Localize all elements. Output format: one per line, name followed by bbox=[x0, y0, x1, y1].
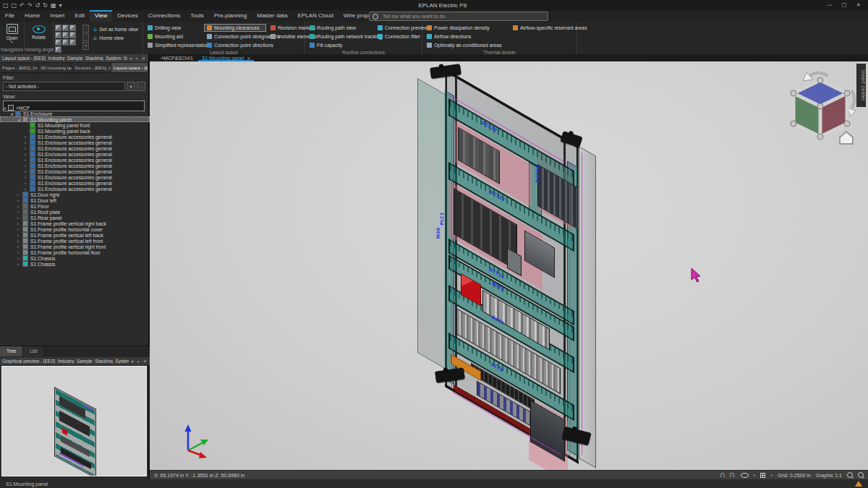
ribbon-button[interactable]: Revision markers bbox=[268, 24, 305, 32]
ribbon-button[interactable]: Connection filter bbox=[375, 33, 420, 40]
ribbon-button[interactable]: Airflow-specific reserved areas bbox=[510, 24, 575, 32]
box-select-icon[interactable]: ▦ bbox=[51, 2, 56, 9]
new-page-icon[interactable]: □ bbox=[3, 2, 9, 9]
close-panel-icon[interactable]: ✕ bbox=[142, 359, 148, 364]
zoom-out-icon[interactable] bbox=[858, 472, 864, 478]
insert-center-tab[interactable]: Insert center bbox=[856, 64, 866, 107]
tree-item[interactable]: ▹ S1:Enclosure accessories general bbox=[0, 186, 150, 192]
menu-tab[interactable]: Master data bbox=[252, 10, 292, 22]
viewpoint-cube-icon[interactable] bbox=[55, 25, 61, 31]
tree-item[interactable]: ▹ S1:Enclosure accessories general bbox=[0, 140, 150, 145]
tree-item[interactable]: ▹ S1:Floor bbox=[0, 203, 150, 209]
expander-icon[interactable]: ▹ bbox=[25, 152, 30, 156]
ribbon-button[interactable]: Power dissipation density bbox=[424, 24, 509, 32]
expander-icon[interactable]: ▹ bbox=[17, 239, 22, 243]
viewpoint-cube-icon[interactable] bbox=[55, 46, 61, 53]
expander-icon[interactable]: ▹ bbox=[25, 163, 30, 168]
navigator-tab[interactable]: Pages - [EES]_Ind... bbox=[0, 63, 38, 72]
ribbon-button[interactable]: Connection preview bbox=[375, 24, 420, 32]
tree-item[interactable]: S1:Mounting panel back bbox=[0, 128, 150, 134]
tree-item[interactable]: ▹ S1:Frame profile horizontal floor bbox=[0, 249, 150, 255]
expander-icon[interactable]: ▹ bbox=[25, 134, 30, 139]
navigator-title-bar[interactable]: Layout space - [EES]_Industry_Sample_Sta… bbox=[0, 54, 148, 63]
viewpoint-cube-icon[interactable] bbox=[62, 25, 69, 31]
tree-item[interactable]: ▹ S1:Enclosure accessories general bbox=[0, 180, 150, 186]
filter-select[interactable]: - Not activated - bbox=[3, 82, 125, 91]
mounting-panel-model[interactable] bbox=[445, 69, 579, 464]
ribbon-button[interactable]: Connection point designations bbox=[204, 33, 266, 40]
menu-tab[interactable]: File bbox=[0, 10, 20, 22]
maximize-button[interactable]: ▢ bbox=[838, 2, 851, 8]
rotate-left-arrow-icon[interactable] bbox=[809, 73, 828, 77]
tree-item[interactable]: ▹ S1:Chassis bbox=[0, 255, 150, 261]
expander-icon[interactable]: ▹ bbox=[17, 250, 22, 254]
view-mode-tab[interactable]: List bbox=[23, 346, 44, 356]
expander-icon[interactable]: ▹ bbox=[25, 146, 30, 150]
ribbon-button[interactable]: Fill capacity bbox=[307, 41, 373, 49]
menu-tab[interactable]: Pre-planning bbox=[209, 10, 252, 22]
expander-icon[interactable]: ▹ bbox=[17, 215, 22, 220]
home-view-button[interactable]: ⌂ Home view bbox=[90, 34, 141, 42]
tree-item[interactable]: ◢ S1:Enclosure bbox=[0, 111, 150, 116]
tree-item[interactable]: ▹ S1:Frame profile vertical right back bbox=[0, 221, 150, 226]
snap-to-grid-icon[interactable]: ⋂ bbox=[720, 472, 725, 478]
filter-more-button[interactable]: … bbox=[137, 82, 145, 91]
3d-viewport[interactable]: DCT10 DCT1X DCT12 PLC1 M30 DCT14 DCT5 DC… bbox=[150, 61, 868, 470]
navigator-tab[interactable]: 3D mounting lay... bbox=[38, 63, 73, 72]
ribbon-button[interactable]: Connection point directions bbox=[204, 41, 266, 49]
tree-item[interactable]: ▹ S1:Enclosure accessories general bbox=[0, 163, 150, 168]
tree-item[interactable]: ▹ S1:Frame profile vertical right front bbox=[0, 244, 150, 249]
viewpoint-more-icon[interactable]: · bbox=[82, 25, 89, 33]
expander-icon[interactable]: ▹ bbox=[17, 198, 22, 202]
ribbon-button[interactable]: Optimally air-conditioned areas bbox=[424, 41, 509, 49]
viewpoint-cube-icon[interactable] bbox=[62, 32, 69, 38]
menu-tab[interactable]: Insert bbox=[45, 10, 69, 22]
search-input[interactable] bbox=[381, 13, 545, 20]
close-tab-icon[interactable]: ✕ bbox=[247, 56, 250, 61]
filter-dropdown-icon[interactable]: ▾ bbox=[127, 82, 135, 91]
view-mode-tab[interactable]: Tree bbox=[0, 346, 23, 356]
tree-item[interactable]: ▹ S1:Chassis bbox=[0, 261, 150, 267]
tree-item[interactable]: ▹ S1:Enclosure accessories general bbox=[0, 174, 150, 180]
tree-item[interactable]: ◢ +MCP bbox=[0, 105, 150, 111]
expander-icon[interactable]: ▹ bbox=[17, 204, 22, 208]
ribbon-button[interactable]: Simplified representation bbox=[145, 41, 203, 49]
document-tab[interactable]: +MCP&SCH/1 ✕ bbox=[157, 54, 197, 61]
tree-item[interactable]: ▹ S1:Enclosure accessories general bbox=[0, 157, 150, 163]
tree-item[interactable]: ▹ S1:Frame profile vertical left back bbox=[0, 232, 150, 238]
visibility-icon[interactable] bbox=[741, 473, 749, 478]
menu-tab[interactable]: EPLAN Cloud bbox=[293, 10, 339, 22]
rotate-right-icon[interactable]: ↻ bbox=[43, 2, 48, 9]
navigation-cube[interactable] bbox=[780, 67, 861, 148]
expander-icon[interactable]: ▹ bbox=[17, 244, 22, 249]
expander-icon[interactable]: ◢ bbox=[3, 106, 8, 110]
dropdown-icon[interactable]: ▾ bbox=[131, 359, 135, 364]
ribbon-button[interactable]: Routing path network tracking bbox=[307, 33, 373, 40]
tree-item[interactable]: ▹ S1:Door left bbox=[0, 197, 150, 203]
tree-item[interactable]: ◢ S1:Mounting panel bbox=[0, 116, 150, 122]
zoom-in-icon[interactable] bbox=[847, 472, 853, 478]
close-panel-icon[interactable]: ✕ bbox=[141, 56, 146, 61]
expander-icon[interactable]: ▹ bbox=[25, 169, 30, 174]
tree-item[interactable]: S1:Mounting panel front bbox=[0, 122, 150, 128]
tree-item[interactable]: ▹ S1:Door right bbox=[0, 192, 150, 197]
viewpoint-cube-icon[interactable] bbox=[69, 39, 76, 46]
grid-icon[interactable] bbox=[760, 473, 765, 478]
close-button[interactable]: ✕ bbox=[852, 2, 865, 8]
document-tab[interactable]: S1:Mounting panel ✕ bbox=[198, 54, 254, 61]
viewpoint-cube-icon[interactable] bbox=[62, 39, 69, 46]
viewpoint-dropdown-icon[interactable]: ▾ bbox=[82, 42, 89, 50]
expander-icon[interactable]: ▹ bbox=[25, 140, 30, 145]
tell-me-search[interactable] bbox=[369, 12, 548, 21]
pin-icon[interactable]: ⌖ bbox=[135, 56, 139, 61]
menu-tab[interactable]: Tools bbox=[185, 10, 209, 22]
tree-item[interactable]: ▹ S1:Frame profile horizontal cover bbox=[0, 226, 150, 232]
expander-icon[interactable]: ▹ bbox=[17, 227, 22, 231]
expander-icon[interactable]: ▹ bbox=[17, 233, 22, 237]
ribbon-button[interactable]: Airflow directions bbox=[424, 33, 509, 40]
tree-item[interactable]: ▹ S1:Rear panel bbox=[0, 215, 150, 221]
expander-icon[interactable]: ▹ bbox=[25, 175, 30, 179]
minimize-button[interactable]: — bbox=[823, 2, 836, 8]
viewpoint-cube-icon[interactable] bbox=[69, 32, 76, 38]
ribbon-button[interactable]: Routing path view bbox=[307, 24, 373, 32]
